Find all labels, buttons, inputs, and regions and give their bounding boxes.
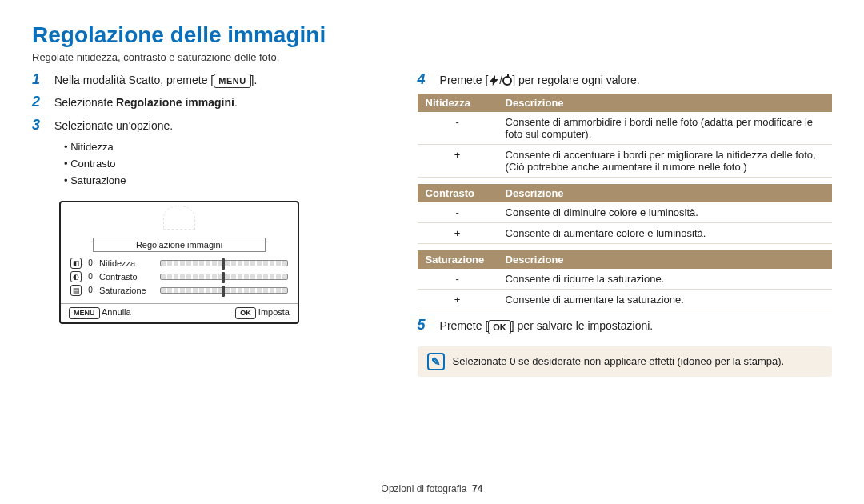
table-header: Descrizione	[498, 250, 832, 269]
camera-value: 0	[86, 286, 94, 294]
step-text: ] per salvare le impostazioni.	[511, 319, 653, 332]
table-value: Consente di aumentare la saturazione.	[498, 290, 832, 310]
table-contrasto: Contrasto Descrizione - Consente di dimi…	[418, 184, 832, 244]
table-row: - Consente di ridurre la saturazione.	[418, 269, 832, 290]
step-text: ].	[251, 74, 258, 86]
left-column: 1 Nella modalità Scatto, premete [MENU].…	[32, 71, 386, 377]
table-value: Consente di diminuire colore e luminosit…	[498, 202, 832, 223]
table-value: Consente di accentuare i bordi per migli…	[498, 145, 832, 178]
ghost-figure-icon	[163, 206, 195, 230]
camera-row-saturazione: ▤ 0 Saturazione	[70, 285, 288, 296]
camera-label: Contrasto	[99, 272, 155, 282]
contrast-icon: ◐	[70, 271, 82, 282]
table-row: - Consente di diminuire colore e luminos…	[418, 202, 832, 223]
table-saturazione: Saturazione Descrizione - Consente di ri…	[418, 250, 832, 310]
flash-icon	[488, 75, 499, 86]
table-value: Consente di ammorbidire i bordi nelle fo…	[498, 112, 832, 145]
table-key: +	[418, 145, 498, 178]
table-header: Nitidezza	[418, 94, 498, 112]
step-text: Nella modalità Scatto, premete [	[54, 74, 214, 86]
step-text: Premete [	[440, 74, 489, 86]
timer-icon	[502, 76, 512, 86]
ok-button-icon: OK	[488, 320, 511, 334]
ok-button-icon: OK	[235, 307, 256, 319]
camera-slider	[160, 287, 288, 294]
footer-page: 74	[472, 483, 482, 494]
bullet-item: Saturazione	[64, 173, 386, 190]
table-key: -	[418, 112, 498, 145]
camera-ok: OK Imposta	[235, 307, 290, 319]
sharpness-icon: ◧	[70, 258, 82, 269]
table-header: Descrizione	[498, 94, 832, 112]
footer-section: Opzioni di fotografia	[382, 483, 467, 494]
table-key: +	[418, 290, 498, 310]
camera-cancel-label: Annulla	[102, 307, 131, 317]
camera-preview: Regolazione immagini ◧ 0 Nitidezza ◐ 0 C…	[59, 201, 299, 324]
camera-slider	[160, 274, 288, 280]
step-text: Selezionate	[54, 96, 116, 109]
bullet-item: Nitidezza	[64, 139, 386, 156]
step-text: .	[234, 96, 238, 109]
camera-ok-label: Imposta	[258, 307, 290, 317]
menu-button-icon: MENU	[214, 74, 250, 88]
camera-value: 0	[86, 272, 94, 281]
table-key: +	[418, 223, 498, 244]
step-number: 4	[418, 71, 432, 88]
note-box: ✎ Selezionate 0 se desiderate non applic…	[418, 346, 832, 377]
step-5: 5 Premete [OK] per salvare le impostazio…	[418, 317, 832, 334]
camera-label: Nitidezza	[99, 258, 155, 268]
step-number: 2	[32, 94, 46, 110]
step-number: 1	[32, 71, 46, 88]
menu-button-icon: MENU	[69, 307, 100, 319]
camera-label: Saturazione	[99, 286, 155, 295]
step-1: 1 Nella modalità Scatto, premete [MENU].	[32, 71, 386, 89]
camera-panel-title: Regolazione immagini	[93, 238, 266, 252]
step-text: ] per regolare ogni valore.	[512, 74, 640, 86]
note-icon: ✎	[427, 353, 445, 370]
camera-cancel: MENU Annulla	[69, 307, 131, 319]
table-row: + Consente di aumentare colore e luminos…	[418, 223, 832, 244]
camera-value: 0	[86, 258, 94, 267]
step-text: Premete [	[440, 319, 489, 332]
step-2: 2 Selezionate Regolazione immagini.	[32, 94, 386, 111]
camera-row-nitidezza: ◧ 0 Nitidezza	[70, 258, 288, 269]
camera-slider	[160, 260, 288, 266]
page-footer: Opzioni di fotografia 74	[0, 483, 864, 494]
step-text: Selezionate un'opzione.	[54, 117, 173, 134]
page-subtitle: Regolate nitidezza, contrasto e saturazi…	[32, 51, 832, 63]
step-text-bold: Regolazione immagini	[116, 96, 234, 109]
step-number: 5	[418, 317, 432, 334]
camera-row-contrasto: ◐ 0 Contrasto	[70, 271, 288, 282]
table-value: Consente di ridurre la saturazione.	[498, 269, 832, 290]
table-row: + Consente di aumentare la saturazione.	[418, 290, 832, 310]
table-header: Descrizione	[498, 184, 832, 202]
step-4: 4 Premete [/] per regolare ogni valore.	[418, 71, 832, 89]
page-title: Regolazione delle immagini	[32, 22, 832, 48]
table-row: + Consente di accentuare i bordi per mig…	[418, 145, 832, 178]
table-nitidezza: Nitidezza Descrizione - Consente di ammo…	[418, 94, 832, 178]
table-key: -	[418, 202, 498, 223]
step-number: 3	[32, 117, 46, 134]
step-3: 3 Selezionate un'opzione.	[32, 117, 386, 134]
option-bullets: Nitidezza Contrasto Saturazione	[64, 139, 386, 189]
table-header: Saturazione	[418, 250, 498, 269]
right-column: 4 Premete [/] per regolare ogni valore. …	[418, 71, 832, 377]
bullet-item: Contrasto	[64, 156, 386, 173]
table-header: Contrasto	[418, 184, 498, 202]
note-text: Selezionate 0 se desiderate non applicar…	[453, 355, 785, 367]
table-row: - Consente di ammorbidire i bordi nelle …	[418, 112, 832, 145]
table-key: -	[418, 269, 498, 290]
table-value: Consente di aumentare colore e luminosit…	[498, 223, 832, 244]
saturation-icon: ▤	[70, 285, 82, 296]
